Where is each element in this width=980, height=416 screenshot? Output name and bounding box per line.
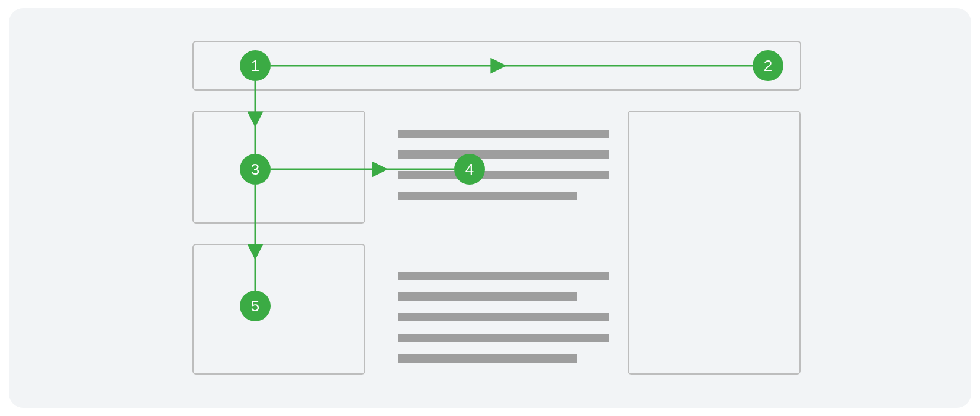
marker-label: 3 [251, 160, 259, 179]
marker-label: 4 [465, 160, 474, 179]
marker-label: 2 [764, 57, 772, 75]
marker-label: 5 [251, 297, 259, 315]
focus-marker-3: 3 [240, 154, 271, 185]
text-line-icon [398, 130, 609, 138]
text-line-icon [398, 192, 577, 200]
marker-label: 1 [251, 57, 259, 75]
focus-marker-1: 1 [240, 50, 271, 81]
diagram-canvas: 1 2 3 4 5 [9, 8, 971, 408]
wireframe-left-card-bottom [192, 244, 365, 375]
text-line-icon [398, 334, 609, 342]
wireframe-left-card-top [192, 111, 365, 224]
wireframe-sidebar [628, 111, 801, 375]
focus-marker-5: 5 [240, 291, 271, 321]
focus-marker-4: 4 [454, 154, 485, 185]
text-line-icon [398, 354, 577, 363]
text-line-icon [398, 150, 609, 159]
focus-marker-2: 2 [753, 50, 783, 81]
text-line-icon [398, 171, 609, 179]
wireframe-header [192, 41, 801, 91]
text-line-icon [398, 313, 609, 321]
text-line-icon [398, 272, 609, 280]
text-line-icon [398, 292, 577, 301]
wireframe-paragraph-2 [398, 272, 609, 375]
wireframe-paragraph-1 [398, 130, 609, 212]
